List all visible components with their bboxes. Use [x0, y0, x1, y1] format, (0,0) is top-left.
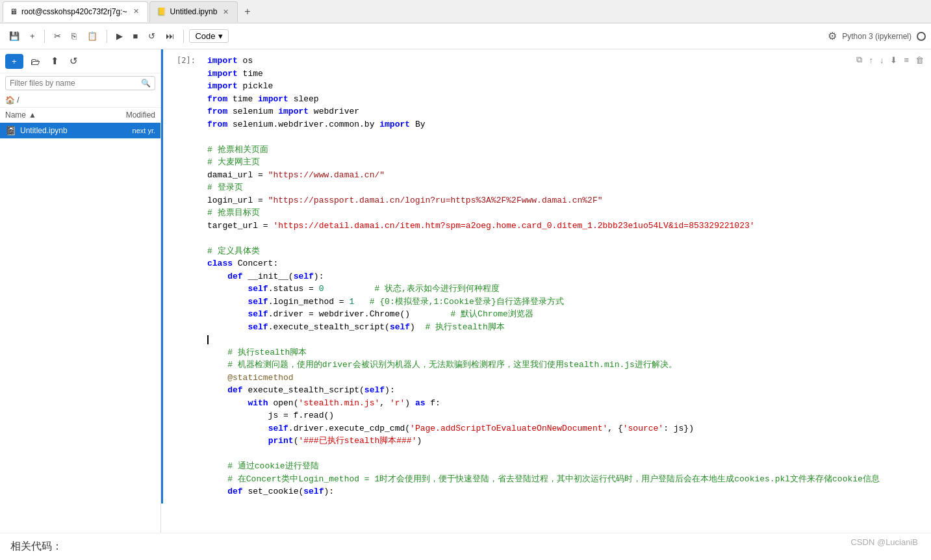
terminal-icon: 🖥 [10, 7, 18, 16]
filter-box: 🔍 [5, 76, 155, 90]
sidebar-toolbar: + 🗁 ⬆ ↺ [0, 49, 160, 73]
cell-gutter: [2]: [163, 55, 202, 498]
notebook-icon: 📒 [157, 7, 166, 16]
tab-notebook-label: Untitled.ipynb [170, 7, 218, 16]
tab-notebook-close[interactable]: ✕ [221, 7, 231, 17]
kernel-label: Python 3 (ipykernel) [842, 32, 912, 41]
plus-icon: + [12, 57, 17, 66]
copy-cell-button[interactable]: ⧉ [854, 53, 864, 66]
column-modified[interactable]: Modified [103, 110, 155, 120]
code-block: import os import time import pickle from… [207, 55, 926, 498]
file-item[interactable]: 📓 Untitled.ipynb next yr. [0, 123, 160, 138]
restart-button[interactable]: ↺ [144, 29, 159, 43]
home-icon: 🏠 [5, 95, 15, 105]
filter-input[interactable] [10, 79, 138, 88]
code-cell: [2]: import os import time import pickle… [161, 49, 931, 503]
tab-bar: 🖥 root@csskohsp420c73f2rj7g:~ ✕ 📒 Untitl… [0, 0, 931, 23]
bottom-bar: 相关代码： [0, 533, 931, 560]
file-icon: 📓 [5, 125, 16, 136]
copy-button[interactable]: ⎘ [68, 29, 81, 43]
fastforward-button[interactable]: ⏭ [162, 29, 178, 43]
move-up-button[interactable]: ↑ [867, 54, 875, 66]
new-file-button[interactable]: + [5, 54, 23, 69]
kernel-info: ⚙ Python 3 (ipykernel) [828, 30, 926, 42]
cell-number: [2]: [177, 56, 196, 65]
watermark: CSDN @LucianiB [850, 537, 918, 547]
search-icon: 🔍 [141, 79, 151, 88]
run-button[interactable]: ▶ [112, 29, 127, 43]
cell-type-chevron: ▾ [218, 31, 223, 41]
notebook-toolbar: 💾 + ✂ ⎘ 📋 ▶ ■ ↺ ⏭ Code ▾ ⚙ Python 3 (ipy… [0, 23, 931, 49]
settings-icon[interactable]: ⚙ [828, 30, 837, 42]
kernel-status-indicator [917, 32, 926, 41]
move-down-button[interactable]: ↓ [878, 54, 886, 66]
add-cell-button[interactable]: + [26, 29, 39, 43]
paste-button[interactable]: 📋 [83, 29, 101, 43]
file-list: 📓 Untitled.ipynb next yr. [0, 123, 160, 138]
download-button[interactable]: ⬇ [888, 54, 899, 66]
delete-cell-button[interactable]: 🗑 [913, 54, 926, 66]
cell-type-label: Code [195, 31, 215, 41]
refresh-button[interactable]: ↺ [66, 53, 81, 69]
tab-terminal-close[interactable]: ✕ [131, 6, 141, 16]
file-name: Untitled.ipynb [20, 126, 99, 135]
code-area[interactable]: [2]: import os import time import pickle… [161, 49, 931, 533]
sort-icon: ▲ [29, 110, 36, 120]
format-button[interactable]: ≡ [902, 54, 911, 66]
new-folder-button[interactable]: 🗁 [27, 54, 44, 69]
breadcrumb-path: / [17, 95, 19, 105]
bottom-label: 相关代码： [10, 541, 62, 552]
main-area: + 🗁 ⬆ ↺ 🔍 🏠 / Name ▲ Modified 📓 [0, 49, 931, 533]
file-modified: next yr. [103, 127, 155, 134]
cell-content[interactable]: import os import time import pickle from… [202, 55, 931, 498]
tab-notebook[interactable]: 📒 Untitled.ipynb ✕ [149, 1, 238, 22]
tab-terminal[interactable]: 🖥 root@csskohsp420c73f2rj7g:~ ✕ [3, 1, 148, 22]
tab-terminal-label: root@csskohsp420c73f2rj7g:~ [21, 7, 127, 16]
save-button[interactable]: 💾 [5, 29, 23, 43]
breadcrumb[interactable]: 🏠 / [0, 93, 160, 108]
upload-button[interactable]: ⬆ [47, 53, 62, 69]
separator-3 [183, 30, 184, 43]
cell-toolbar: ⧉ ↑ ↓ ⬇ ≡ 🗑 [854, 53, 926, 66]
separator-1 [44, 30, 45, 43]
new-tab-button[interactable]: + [239, 3, 255, 20]
sidebar: + 🗁 ⬆ ↺ 🔍 🏠 / Name ▲ Modified 📓 [0, 49, 161, 533]
stop-button[interactable]: ■ [129, 29, 142, 43]
cell-type-select[interactable]: Code ▾ [189, 29, 228, 43]
column-name[interactable]: Name ▲ [5, 110, 103, 120]
cut-button[interactable]: ✂ [50, 29, 65, 43]
file-list-header: Name ▲ Modified [0, 108, 160, 123]
separator-2 [107, 30, 107, 43]
